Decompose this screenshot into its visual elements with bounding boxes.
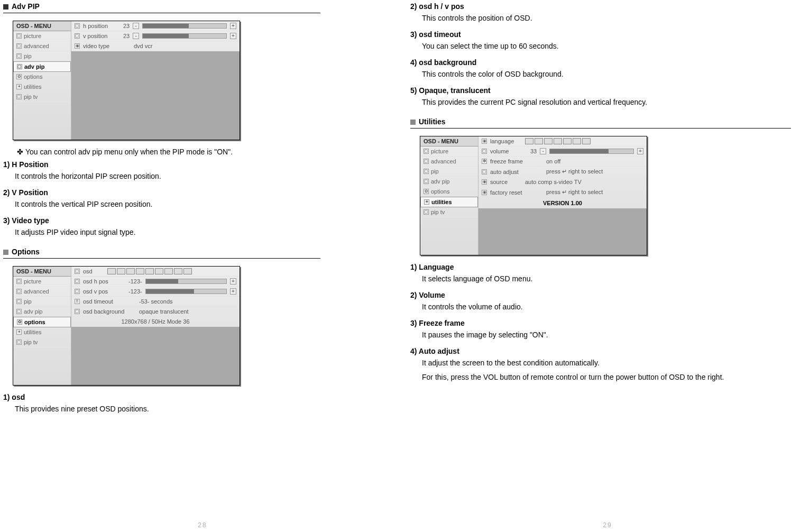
hposition-head: 1) H Position: [3, 160, 384, 169]
advpip-note: ✤You can control adv pip menu only when …: [17, 148, 384, 156]
pip-icon: ▢: [16, 53, 22, 59]
slider: [145, 279, 227, 284]
utilities-icon: ✦: [424, 199, 429, 205]
osd-title: OSD - MENU: [13, 21, 71, 31]
osd-menu-advpip: ▢adv pip: [420, 177, 478, 187]
osd-menu-picture: ▢picture: [13, 31, 71, 41]
divider: [3, 13, 320, 13]
osd-menu-utilities: ✦utilities: [420, 197, 478, 207]
osd-bg-head: 4) osd background: [410, 58, 794, 67]
row-icon: ⧖: [75, 299, 80, 304]
minus-icon: -: [133, 23, 139, 29]
osd-menu-advanced: ▢advanced: [420, 157, 478, 167]
osd-title: OSD - MENU: [13, 267, 71, 277]
row-icon: ✽: [482, 159, 487, 164]
row-icon: ◉: [482, 190, 487, 195]
plus-icon: +: [230, 278, 236, 285]
osd-position-grid: [107, 268, 192, 274]
section-label: Utilities: [419, 117, 446, 126]
divider: [410, 128, 791, 129]
osd-menu-options: ✿options: [13, 72, 71, 82]
section-label: Adv PIP: [12, 2, 40, 11]
flag-icon: [525, 138, 533, 144]
piptv-icon: ▢: [16, 94, 22, 99]
flag-icon: [563, 138, 572, 144]
section-advpip-title: Adv PIP: [3, 2, 384, 11]
osd-utilities-screenshot: OSD - MENU ▢picture ▢advanced ▢pip ▢adv …: [420, 136, 647, 255]
flag-icon: [582, 138, 591, 144]
osd-version: VERSION 1.00: [478, 198, 647, 208]
osd-menu-advpip: ▢adv pip: [13, 307, 71, 317]
osd-vpos-row: ▢osd v pos-123-+: [71, 287, 240, 297]
osd-menu-piptv: ▢pip tv: [13, 337, 71, 347]
section-label: Options: [12, 247, 40, 256]
volume-body: It controls the volume of audio.: [422, 301, 794, 313]
osd-osd-row: ▢osd: [71, 267, 240, 277]
osd-timeout-head: 3) osd timeout: [410, 30, 794, 39]
osd-language-row: ◉language: [478, 136, 647, 146]
osd-advpip-screenshot: OSD - MENU ▢picture ▢advanced ▢pip ▢adv …: [13, 21, 240, 140]
osd-menu-pip: ▢pip: [13, 297, 71, 307]
row-icon: ▢: [75, 309, 80, 314]
osd-hposition-row: ▢h position23-+: [71, 21, 240, 31]
osd-menu-advpip: ▢adv pip: [13, 61, 71, 72]
vposition-body: It controls the vertical PIP screen posi…: [15, 199, 384, 210]
osd-autoadjust-row: ▢auto adjustpress ↵ right to select: [478, 167, 647, 177]
osd-menu-advanced: ▢advanced: [13, 287, 71, 297]
osd-head: 1) osd: [3, 393, 384, 401]
piptv-icon: ▢: [16, 340, 22, 345]
options-icon: ✿: [424, 189, 429, 194]
language-flags: [525, 138, 591, 144]
osd-menu-pip: ▢pip: [420, 167, 478, 177]
osd-hvpos-body: This controls the position of OSD.: [422, 13, 794, 24]
options-icon: ✿: [17, 319, 22, 325]
slider: [549, 149, 634, 154]
pip-icon: ▢: [16, 299, 22, 304]
advpip-icon: ▢: [424, 179, 429, 184]
picture-icon: ▢: [16, 279, 22, 284]
osd-menu-options: ✿options: [420, 187, 478, 197]
language-head: 1) Language: [410, 263, 794, 271]
advpip-icon: ▢: [17, 64, 22, 69]
osd-menu-utilities: ✦utilities: [13, 82, 71, 92]
osd-timeout-row: ⧖osd timeout-53- seconds: [71, 297, 240, 307]
flag-icon: [554, 138, 562, 144]
autoadjust-body1: It adjust the screen to the best conditi…: [422, 357, 794, 369]
advpip-icon: ▢: [16, 309, 22, 314]
row-icon: ◉: [482, 179, 487, 185]
minus-icon: -: [540, 148, 546, 154]
freeze-head: 3) Freeze frame: [410, 319, 794, 327]
section-utilities-title: Utilities: [410, 117, 794, 126]
osd-source-row: ◉sourceauto comp s-video TV: [478, 177, 647, 187]
plus-icon: +: [230, 33, 236, 39]
freeze-body: It pauses the image by selecting "ON".: [422, 329, 794, 341]
vposition-head: 2) V Position: [3, 188, 384, 197]
osd-body-text: This provides nine preset OSD positions.: [15, 403, 384, 415]
utilities-icon: ✦: [16, 84, 22, 89]
flag-icon: [535, 138, 543, 144]
row-icon: ▢: [482, 169, 487, 175]
slider: [142, 33, 227, 39]
pip-icon: ▢: [424, 169, 429, 174]
row-icon: ▢: [75, 289, 80, 294]
osd-factory-row: ◉factory resetpress ↵ right to select: [478, 187, 647, 198]
clover-icon: ✤: [17, 148, 23, 156]
picture-icon: ▢: [424, 149, 429, 154]
osd-menu-picture: ▢picture: [13, 277, 71, 287]
row-icon: ▢: [75, 279, 80, 284]
opaque-head: 5) Opaque, translucent: [410, 86, 794, 95]
row-icon: ◉: [75, 43, 80, 49]
slider: [142, 23, 227, 29]
square-bullet-icon: [3, 4, 8, 10]
osd-title: OSD - MENU: [420, 136, 478, 146]
osd-freeze-row: ✽freeze frameon off: [478, 157, 647, 167]
page-number: 28: [0, 521, 405, 529]
row-icon: ▢: [75, 33, 80, 39]
osd-menu-piptv: ▢pip tv: [420, 207, 478, 217]
section-options-title: Options: [3, 247, 384, 256]
osd-videotype-row: ◉video typedvd vcr: [71, 41, 240, 51]
advanced-icon: ▢: [424, 159, 429, 164]
row-icon: ▢: [75, 23, 80, 29]
advanced-icon: ▢: [16, 43, 22, 49]
language-body: It selects language of OSD menu.: [422, 273, 794, 285]
